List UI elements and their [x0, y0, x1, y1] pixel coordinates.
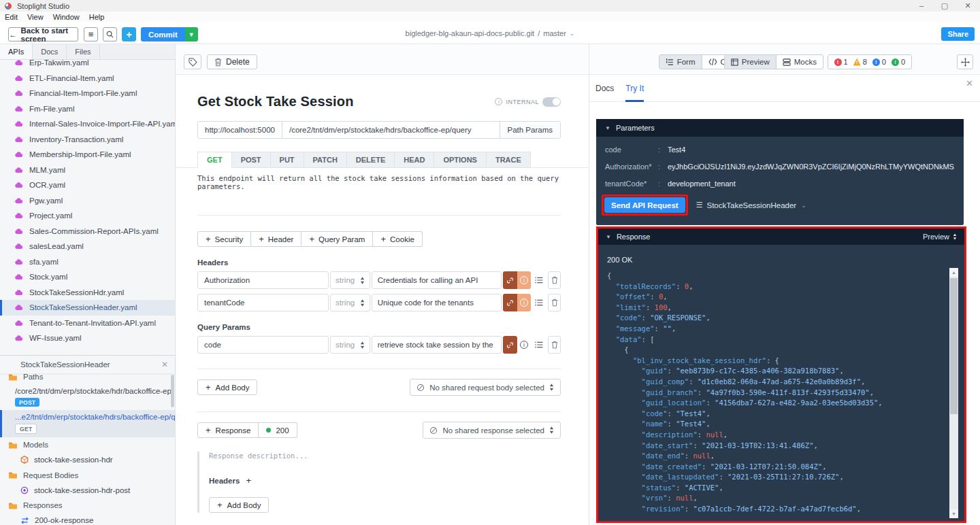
file-item[interactable]: salesLead.yaml	[0, 239, 175, 254]
method-tab-get[interactable]: GET	[197, 152, 232, 168]
list-options-icon[interactable]	[534, 294, 544, 311]
close-icon[interactable]: ✕	[966, 78, 973, 88]
param-description-input[interactable]	[372, 299, 501, 307]
share-button[interactable]: Share	[941, 27, 975, 41]
internal-toggle[interactable]	[542, 97, 561, 107]
minimize-icon[interactable]: –	[917, 1, 926, 10]
link-icon[interactable]	[503, 271, 517, 289]
param-value[interactable]: eyJhbGciOiJSUzI1NiJ9.eyJzdWJqZWN0R3VpZCI…	[668, 163, 955, 171]
scrollbar-thumb[interactable]	[950, 278, 958, 414]
tree-folder[interactable]: Request Bodies	[0, 468, 175, 483]
send-api-request-button[interactable]: Send API Request	[604, 197, 685, 213]
tree-item-response[interactable]: 200-ok-response	[0, 513, 175, 525]
method-tab-delete[interactable]: DELETE	[347, 152, 395, 168]
tree-path-item[interactable]: ...e2/tnt/dm/erp/stocktake/hdrs/backoffi…	[0, 410, 175, 437]
example-selector[interactable]: ☰ StockTakeSessionHeader ⌄	[696, 201, 806, 209]
menu-window[interactable]: Window	[53, 13, 80, 21]
file-item[interactable]: Erp-Takwim.yaml	[0, 60, 175, 71]
add-body-button[interactable]: + Add Body	[197, 379, 257, 395]
file-item[interactable]: Tenant-to-Tenant-Invitation-API.yaml	[0, 316, 175, 331]
branch-name[interactable]: master	[543, 29, 566, 37]
tag-button[interactable]	[184, 54, 201, 69]
tab-docs[interactable]: Docs	[595, 75, 614, 102]
add-cookie-button[interactable]: +Cookie	[373, 231, 422, 247]
param-name-input[interactable]	[198, 276, 328, 284]
operation-description[interactable]: This endpoint will return all the stock …	[197, 174, 561, 190]
menu-icon[interactable]: ≡	[84, 27, 98, 41]
tree-folder[interactable]: Responses	[0, 498, 175, 513]
sidebar-tab-files[interactable]: Files	[67, 44, 99, 59]
tree-item-model[interactable]: stock-take-session-hdr	[0, 452, 175, 468]
response-scrollbar[interactable]: ▲ ▼	[949, 268, 958, 518]
param-type-select[interactable]: string	[330, 294, 370, 311]
param-value[interactable]: development_tenant	[668, 180, 736, 188]
file-item[interactable]: StockTakeSessionHdr.yaml	[0, 285, 175, 301]
menu-view[interactable]: View	[27, 13, 44, 21]
method-tab-patch[interactable]: PATCH	[304, 152, 347, 168]
file-item[interactable]: Stock.yaml	[0, 269, 175, 285]
file-item[interactable]: Internal-Sales-Invoice-Import-File-API.y…	[0, 116, 175, 132]
add-response-header-button[interactable]: +	[246, 475, 251, 486]
add-query-param-button[interactable]: +Query Param	[301, 231, 373, 247]
scroll-down-icon[interactable]: ▼	[949, 509, 958, 518]
method-tab-put[interactable]: PUT	[271, 152, 304, 168]
search-icon[interactable]	[103, 27, 117, 41]
commit-dropdown-button[interactable]: ▼	[185, 27, 198, 41]
param-value[interactable]: Test4	[668, 146, 685, 154]
preview-toggle-button[interactable]: Preview	[725, 55, 776, 69]
sidebar-tab-apis[interactable]: APIs	[0, 44, 33, 59]
file-item[interactable]: Fm-File.yaml	[0, 101, 175, 117]
base-url[interactable]: http://localhost:5000	[198, 122, 282, 138]
scroll-up-icon[interactable]: ▲	[949, 268, 958, 277]
file-item[interactable]: Membership-Import-File.yaml	[0, 147, 175, 163]
response-description-input[interactable]: Response description...	[209, 452, 561, 460]
commit-button[interactable]: Commit	[141, 27, 185, 41]
trash-icon[interactable]	[548, 336, 561, 354]
tree-item-request-body[interactable]: stock-take-session-hdr-post	[0, 483, 175, 498]
method-tab-post[interactable]: POST	[232, 152, 271, 168]
back-to-start-button[interactable]: ← Back to start screen	[8, 27, 78, 41]
method-tab-options[interactable]: OPTIONS	[434, 152, 487, 168]
file-item[interactable]: Financial-Item-Import-File.yaml	[0, 86, 175, 101]
file-item[interactable]: Inventory-Transaction.yaml	[0, 132, 175, 148]
outline-scrollbar-thumb[interactable]	[171, 375, 174, 407]
param-type-select[interactable]: string	[330, 271, 370, 289]
file-item[interactable]: OCR.yaml	[0, 177, 175, 193]
trash-icon[interactable]	[548, 294, 561, 311]
file-item[interactable]: StockTakeSessionHeader.yaml	[0, 300, 175, 316]
maximize-icon[interactable]: ▢	[941, 1, 949, 10]
info-icon[interactable]: i	[517, 294, 532, 311]
response-add-body-button[interactable]: + Add Body	[209, 497, 269, 513]
info-icon[interactable]: i	[517, 271, 532, 289]
delete-button[interactable]: Delete	[207, 54, 257, 69]
list-options-icon[interactable]	[534, 271, 544, 289]
pan-button[interactable]	[957, 54, 973, 69]
link-icon[interactable]	[503, 336, 517, 354]
link-icon[interactable]	[503, 294, 517, 311]
file-item[interactable]: Pgw.yaml	[0, 193, 175, 209]
form-toggle-button[interactable]: Form	[659, 55, 702, 69]
file-item[interactable]: ETL-Financial-Item.yaml	[0, 71, 175, 86]
trash-icon[interactable]	[548, 271, 561, 289]
tree-path-item[interactable]: /core2/tnt/dm/erp/stocktake/hdr/backoffi…	[0, 384, 175, 410]
path-params-button[interactable]: Path Params	[500, 122, 560, 138]
add-response-button[interactable]: + Response	[197, 422, 259, 438]
param-type-select[interactable]: string	[330, 336, 370, 354]
param-name-input[interactable]	[198, 341, 328, 349]
menu-edit[interactable]: Edit	[5, 13, 18, 21]
list-options-icon[interactable]	[534, 336, 544, 354]
param-description-input[interactable]	[372, 341, 501, 349]
path-input[interactable]	[282, 122, 500, 138]
add-security-button[interactable]: +Security	[197, 231, 251, 247]
tree-folder[interactable]: Models	[0, 437, 175, 452]
add-header-button[interactable]: +Header	[251, 231, 301, 247]
tab-try-it[interactable]: Try It	[625, 75, 644, 102]
file-item[interactable]: WF-Issue.yaml	[0, 331, 175, 346]
file-item[interactable]: Sales-Commission-Report-APIs.yaml	[0, 224, 175, 239]
info-icon[interactable]: i	[517, 336, 532, 354]
response-200-tab[interactable]: 200	[259, 422, 297, 438]
response-mode-select[interactable]: Preview	[923, 233, 957, 241]
operation-title[interactable]: Get Stock Take Session	[197, 94, 354, 109]
method-tab-trace[interactable]: TRACE	[487, 152, 531, 168]
shared-request-body-select[interactable]: No shared request body selected	[410, 379, 561, 396]
